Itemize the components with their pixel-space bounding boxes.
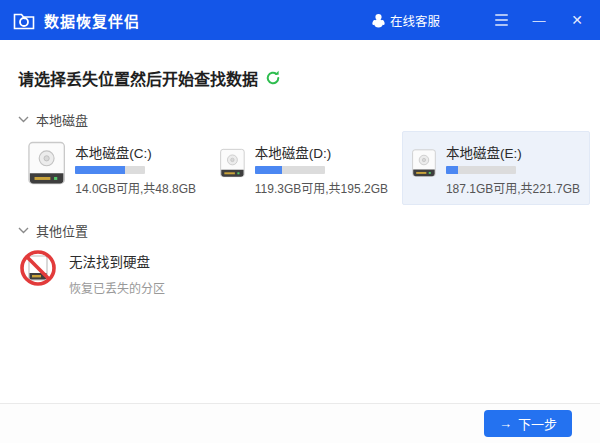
cannot-find-drive-subtitle: 恢复已丢失的分区 — [69, 279, 165, 296]
drive-usage-fill — [75, 166, 125, 174]
app-title: 数据恢复伴侣 — [44, 10, 140, 31]
next-step-button[interactable]: → 下一步 — [484, 410, 572, 437]
drive-usage-bar — [446, 166, 516, 174]
minimize-button[interactable]: — — [528, 9, 550, 31]
close-icon: ✕ — [571, 12, 583, 28]
hard-drive-icon — [412, 140, 436, 186]
online-service-button[interactable]: 在线客服 — [372, 11, 440, 30]
titlebar: 数据恢复伴侣 在线客服 — ✕ — [0, 0, 600, 40]
drive-capacity-info: 119.3GB可用,共195.2GB — [255, 179, 388, 196]
section-other-locations-header[interactable]: 其他位置 — [18, 221, 582, 240]
next-step-label: 下一步 — [518, 414, 557, 433]
section-local-disk-header[interactable]: 本地磁盘 — [18, 110, 582, 129]
cannot-find-drive-item[interactable]: 无法找到硬盘 恢复已丢失的分区 — [18, 248, 582, 296]
arrow-right-icon: → — [499, 417, 512, 430]
section-local-disk-label: 本地磁盘 — [36, 110, 88, 129]
cannot-find-drive-title: 无法找到硬盘 — [69, 251, 165, 271]
drive-usage-fill — [446, 166, 458, 174]
hard-drive-icon — [220, 140, 245, 186]
hard-drive-icon — [28, 140, 65, 186]
qq-penguin-icon — [372, 13, 385, 28]
close-button[interactable]: ✕ — [566, 9, 588, 31]
drive-name: 本地磁盘(D:) — [255, 142, 388, 162]
drive-capacity-info: 14.0GB可用,共48.8GB — [75, 179, 196, 196]
hamburger-menu-icon — [495, 14, 508, 26]
section-other-locations-label: 其他位置 — [36, 221, 88, 240]
drive-card-d[interactable]: 本地磁盘(D:) 119.3GB可用,共195.2GB — [210, 131, 398, 205]
drive-list: 本地磁盘(C:) 14.0GB可用,共48.8GB 本地磁盘(D:) — [18, 131, 582, 205]
drive-name: 本地磁盘(C:) — [75, 142, 196, 162]
app-logo-folder-refresh-icon — [12, 9, 36, 31]
drive-usage-bar — [75, 166, 145, 174]
drive-name: 本地磁盘(E:) — [446, 142, 580, 162]
online-service-label: 在线客服 — [390, 11, 440, 30]
refresh-icon[interactable] — [265, 70, 281, 86]
page-title-text: 请选择丢失位置然后开始查找数据 — [18, 66, 258, 90]
menu-button[interactable] — [490, 9, 512, 31]
main-content: 请选择丢失位置然后开始查找数据 本地磁盘 本地磁盘(C:) — [0, 66, 600, 296]
drive-usage-bar — [255, 166, 325, 174]
page-title: 请选择丢失位置然后开始查找数据 — [18, 66, 582, 90]
drive-usage-fill — [255, 166, 282, 174]
chevron-down-icon — [18, 116, 29, 123]
chevron-down-icon — [18, 227, 29, 234]
footer-bar: → 下一步 — [0, 403, 600, 443]
drive-capacity-info: 187.1GB可用,共221.7GB — [446, 179, 580, 196]
minimize-icon: — — [533, 13, 546, 28]
drive-card-e-selected[interactable]: 本地磁盘(E:) 187.1GB可用,共221.7GB — [402, 131, 590, 205]
no-drive-prohibition-icon — [18, 248, 58, 288]
drive-card-c[interactable]: 本地磁盘(C:) 14.0GB可用,共48.8GB — [18, 131, 206, 205]
